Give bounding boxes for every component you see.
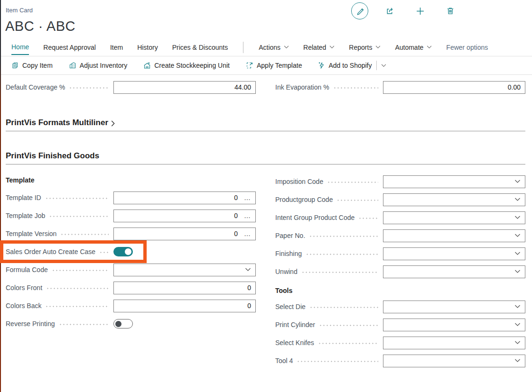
copy-item-button[interactable]: Copy Item	[11, 62, 53, 69]
assist-edit-button[interactable]: …	[244, 213, 251, 218]
menu-actions-label: Actions	[259, 44, 280, 51]
create-stockkeeping-unit-label: Create Stockkeeping Unit	[154, 62, 230, 69]
dotted-leader	[49, 216, 109, 217]
reverse-printing-toggle[interactable]	[113, 319, 133, 328]
create-stockkeeping-unit-button[interactable]: Create Stockkeeping Unit	[143, 62, 230, 69]
intent-group-product-code-select[interactable]	[383, 211, 525, 224]
field-label: Select Knifes	[275, 339, 314, 346]
tab-item[interactable]: Item	[110, 44, 123, 55]
select-knifes-select[interactable]	[383, 337, 525, 349]
menu-automate[interactable]: Automate	[395, 44, 432, 55]
chevron-down-icon	[375, 46, 381, 49]
field-intent-group-product-code: Intent Group Product Code	[275, 209, 525, 227]
template-job-input[interactable]: 0 …	[113, 210, 256, 222]
colors-front-input[interactable]: 0	[113, 282, 256, 294]
chevron-down-icon	[284, 46, 289, 49]
section-rule	[6, 131, 525, 131]
dotted-leader	[309, 307, 378, 308]
ink-evaporation-input[interactable]: 0.00	[383, 81, 525, 94]
split-separator	[376, 61, 377, 70]
menu-reports-label: Reports	[349, 44, 372, 51]
general-fields: Default Coverage % 44.00 Ink Evaporation…	[0, 78, 532, 96]
imposition-code-select[interactable]	[383, 175, 525, 188]
chevron-down-icon	[514, 305, 521, 309]
assist-edit-button[interactable]: …	[244, 231, 251, 236]
stockkeeping-unit-icon	[143, 62, 151, 69]
sales-order-auto-create-case-toggle[interactable]	[113, 247, 133, 256]
field-default-coverage: Default Coverage % 44.00	[6, 78, 256, 96]
unwind-select[interactable]	[383, 265, 525, 278]
chevron-down-icon	[245, 268, 251, 272]
template-version-input[interactable]: 0 …	[113, 228, 256, 240]
chevron-down-icon[interactable]	[381, 64, 386, 67]
field-tool-4: Tool 4	[275, 352, 525, 370]
section-title: PrintVis Formats Multiliner	[6, 118, 108, 128]
field-unwind: Unwind	[275, 263, 525, 281]
tab-prices-discounts[interactable]: Prices & Discounts	[172, 44, 228, 55]
apply-template-icon	[246, 62, 253, 69]
assist-edit-button[interactable]: …	[244, 195, 251, 200]
field-select-die: Select Die	[275, 298, 525, 316]
section-formats-multiliner[interactable]: PrintVis Formats Multiliner	[0, 118, 532, 128]
default-coverage-input[interactable]: 44.00	[113, 81, 256, 94]
adjust-inventory-button[interactable]: Adjust Inventory	[69, 62, 127, 69]
field-label: Select Die	[275, 303, 306, 310]
tab-request-approval[interactable]: Request Approval	[43, 44, 96, 55]
field-label: Print Cylinder	[275, 321, 315, 328]
template-id-input[interactable]: 0 …	[113, 191, 256, 204]
field-imposition-code: Imposition Code	[275, 173, 525, 191]
chevron-down-icon	[427, 46, 432, 49]
dotted-leader	[309, 236, 378, 237]
item-card-page: Item Card AB	[0, 0, 532, 392]
menu-related-label: Related	[303, 44, 326, 51]
apply-template-label: Apply Template	[257, 62, 302, 69]
action-bar: Copy Item Adjust Inventory Create Stockk…	[0, 56, 532, 74]
edit-button[interactable]	[351, 2, 368, 19]
menu-separator	[243, 42, 243, 53]
divider	[0, 74, 532, 75]
field-print-cylinder: Print Cylinder	[275, 316, 525, 334]
menu-actions[interactable]: Actions	[259, 44, 289, 55]
section-finished-goods[interactable]: PrintVis Finished Goods	[0, 151, 532, 161]
dotted-leader	[336, 200, 378, 201]
dotted-leader	[60, 234, 109, 235]
menu-related[interactable]: Related	[303, 44, 335, 55]
field-paper-no: Paper No.	[275, 227, 525, 245]
apply-template-button[interactable]: Apply Template	[246, 62, 302, 69]
dotted-leader	[333, 87, 378, 89]
menu-reports[interactable]: Reports	[349, 44, 381, 55]
add-to-shopify-button[interactable]: Add to Shopify	[318, 62, 372, 69]
colors-back-input[interactable]: 0	[113, 300, 256, 312]
tab-home[interactable]: Home	[11, 43, 29, 55]
productgroup-code-select[interactable]	[383, 193, 525, 206]
delete-button[interactable]	[441, 2, 459, 20]
add-to-shopify-label: Add to Shopify	[328, 62, 372, 69]
chevron-down-icon	[514, 359, 521, 363]
field-value: 0	[234, 212, 238, 219]
field-label: Template Version	[6, 230, 56, 237]
toggle-knob	[115, 321, 121, 327]
edit-pencil-icon	[356, 7, 364, 15]
add-button[interactable]	[411, 2, 429, 20]
finishing-select[interactable]	[383, 247, 525, 260]
select-die-select[interactable]	[383, 301, 525, 313]
chevron-down-icon	[514, 270, 521, 273]
tool-4-select[interactable]	[383, 355, 525, 367]
menu-bar: Home Request Approval Item History Price…	[0, 34, 532, 56]
field-label: Sales Order Auto Create Case	[6, 248, 95, 255]
tab-history[interactable]: History	[137, 44, 158, 55]
dotted-leader	[318, 343, 378, 344]
share-icon	[385, 7, 394, 16]
paper-no-select[interactable]	[383, 229, 525, 242]
dotted-leader	[45, 198, 109, 199]
field-label: Template Job	[6, 212, 45, 219]
print-cylinder-select[interactable]	[383, 319, 525, 331]
formula-code-select[interactable]	[113, 264, 256, 276]
field-colors-front: Colors Front 0	[6, 279, 256, 297]
share-button[interactable]	[381, 2, 399, 20]
field-sales-order-auto-create-case: Sales Order Auto Create Case	[6, 243, 256, 261]
fewer-options-button[interactable]: Fewer options	[446, 44, 488, 55]
field-label: Paper No.	[275, 232, 305, 239]
field-value: 0	[247, 302, 251, 310]
field-label: Productgroup Code	[275, 196, 333, 203]
